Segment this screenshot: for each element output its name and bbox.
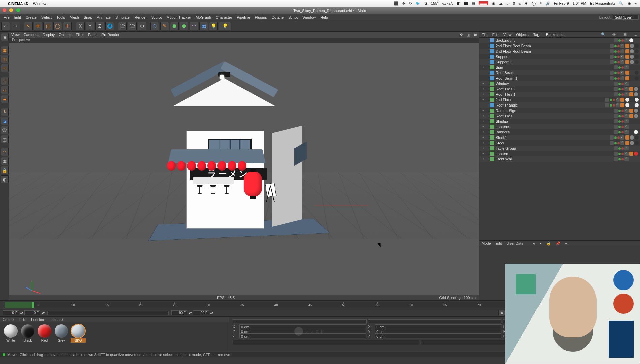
- axis-y-toggle[interactable]: Y: [86, 22, 94, 30]
- vp-nav-icon[interactable]: ⊞: [474, 33, 477, 37]
- appmenu-sculpt[interactable]: Sculpt: [149, 15, 164, 19]
- render-dot[interactable]: [621, 120, 624, 123]
- enable-dot[interactable]: [618, 66, 621, 69]
- enable-tag[interactable]: [620, 60, 624, 64]
- object-row[interactable]: +Lantern: [479, 151, 640, 156]
- object-row[interactable]: +Stool: [479, 140, 640, 146]
- enable-tag[interactable]: [624, 114, 629, 118]
- matmenu-texture[interactable]: Texture: [51, 317, 63, 322]
- tray-icon[interactable]: ⬛: [394, 1, 399, 5]
- vp-nav-icon[interactable]: ◫: [467, 33, 470, 37]
- enable-dot[interactable]: [614, 142, 617, 144]
- tray-notifications-icon[interactable]: ≡: [635, 1, 637, 5]
- enable-tag[interactable]: [624, 65, 629, 69]
- attr-nav-fwd[interactable]: ▸: [540, 241, 542, 246]
- enable-tag[interactable]: [624, 146, 629, 150]
- phong-tag[interactable]: [625, 141, 629, 145]
- material-tag[interactable]: [630, 49, 634, 53]
- object-name[interactable]: Support: [496, 55, 610, 59]
- material-tag[interactable]: [635, 60, 639, 64]
- move-tool[interactable]: ✥: [34, 22, 42, 30]
- range-end-field[interactable]: 90 F: [171, 310, 187, 315]
- object-name[interactable]: Table Group: [496, 146, 614, 150]
- object-name[interactable]: Support.1: [496, 60, 610, 64]
- enable-dot[interactable]: [614, 61, 617, 63]
- render-view-button[interactable]: 🎬: [118, 22, 127, 30]
- live-select-tool[interactable]: ↖: [24, 22, 33, 30]
- object-row[interactable]: 2nd Floor Roof Beam: [479, 43, 640, 49]
- material-tag[interactable]: [629, 38, 633, 42]
- object-row[interactable]: 2nd Floor Roof Beam: [479, 49, 640, 54]
- material-tag[interactable]: [635, 44, 639, 48]
- vp-nav-icon[interactable]: ✥: [460, 33, 463, 37]
- enable-tag[interactable]: [624, 125, 629, 129]
- enable-dot[interactable]: [614, 56, 617, 58]
- material-tag[interactable]: [634, 130, 638, 134]
- vpmenu-prorender[interactable]: ProRender: [101, 33, 119, 37]
- tray-icon[interactable]: ↻: [409, 1, 412, 5]
- appmenu-tools[interactable]: Tools: [54, 15, 67, 19]
- visibility-tag[interactable]: [605, 103, 609, 107]
- object-row[interactable]: Roof Beam: [479, 70, 640, 75]
- appmenu-window[interactable]: Window: [300, 15, 318, 19]
- object-row[interactable]: +Roof Tiles.1: [479, 92, 640, 97]
- object-name[interactable]: Roof Triangle: [496, 103, 605, 107]
- object-name[interactable]: Roof Tiles.2: [496, 87, 614, 91]
- render-dot[interactable]: [621, 158, 624, 160]
- object-row[interactable]: +Roof Tiles: [479, 113, 640, 119]
- object-row[interactable]: +Table Group: [479, 146, 640, 151]
- layout-dropdown[interactable]: SoM (User): [613, 15, 639, 20]
- material-tag[interactable]: [634, 92, 638, 96]
- phong-tag[interactable]: [625, 71, 629, 75]
- tweak-mode[interactable]: ◐: [1, 175, 9, 183]
- coord-size-mode[interactable]: --: [368, 319, 502, 323]
- matmenu-edit[interactable]: Edit: [19, 317, 26, 322]
- workplane-mode[interactable]: ▭: [1, 64, 9, 72]
- appmenu-pipeline[interactable]: Pipeline: [234, 15, 252, 19]
- material-swatch[interactable]: Red: [37, 324, 52, 343]
- render-dot[interactable]: [617, 50, 620, 53]
- zoom-button[interactable]: [16, 8, 20, 12]
- enable-tag[interactable]: [624, 157, 629, 161]
- visibility-tag[interactable]: [614, 82, 618, 86]
- search-icon[interactable]: 🔍: [601, 32, 606, 37]
- tray-icon[interactable]: ◧: [457, 1, 460, 5]
- enable-dot[interactable]: [618, 120, 621, 123]
- visibility-tag[interactable]: [614, 119, 618, 123]
- tray-user[interactable]: EJ Hassenfratz: [590, 1, 615, 5]
- tray-spotlight-icon[interactable]: 🔍: [619, 1, 623, 5]
- material-tag[interactable]: [630, 135, 634, 140]
- matmenu-function[interactable]: Function: [31, 317, 45, 322]
- visibility-tag[interactable]: [610, 60, 614, 64]
- visibility-tag[interactable]: [614, 92, 618, 96]
- minimize-button[interactable]: [9, 8, 13, 12]
- visibility-tag[interactable]: [610, 49, 614, 53]
- visibility-tag[interactable]: [610, 44, 614, 48]
- tray-icon[interactable]: G: [425, 1, 428, 5]
- proj-end-field[interactable]: 90 F: [193, 310, 209, 315]
- visibility-tag[interactable]: [614, 125, 618, 129]
- coord-size-field[interactable]: 0 cm: [375, 324, 501, 329]
- enable-dot[interactable]: [614, 136, 617, 139]
- material-tag[interactable]: [635, 103, 639, 107]
- phong-tag[interactable]: [625, 135, 629, 140]
- appmenu-snap[interactable]: Snap: [81, 15, 95, 19]
- model-mode[interactable]: ▦: [1, 46, 9, 54]
- tray-icon[interactable]: ⌂: [506, 1, 509, 5]
- render-dot[interactable]: [621, 110, 624, 112]
- object-row[interactable]: +Front Wall: [479, 156, 640, 162]
- attrmenu-user-data[interactable]: User Data: [507, 241, 524, 245]
- filter-icon[interactable]: 👁: [612, 32, 616, 37]
- render-dot[interactable]: [617, 77, 620, 80]
- render-dot[interactable]: [621, 66, 624, 69]
- phong-tag[interactable]: [629, 87, 633, 91]
- vpmenu-options[interactable]: Options: [59, 33, 71, 37]
- appmenu-file[interactable]: File: [1, 15, 12, 19]
- coord-world-dropdown[interactable]: [233, 340, 419, 345]
- enable-tag[interactable]: [620, 141, 624, 145]
- object-name[interactable]: 2nd Floor Roof Beam: [496, 49, 610, 53]
- macos-menu-window[interactable]: Window: [33, 2, 46, 6]
- material-tag[interactable]: [630, 44, 634, 48]
- object-name[interactable]: Stool: [496, 141, 610, 145]
- visibility-tag[interactable]: [614, 130, 618, 134]
